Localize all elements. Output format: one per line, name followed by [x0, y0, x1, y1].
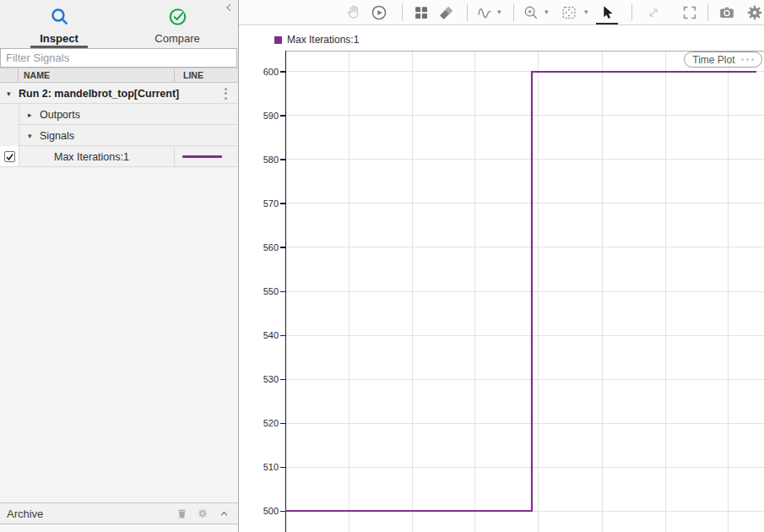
badge-options-icon[interactable]: [741, 58, 755, 62]
tab-compare-label: Compare: [154, 32, 199, 45]
archive-collapse-chevron-up-icon[interactable]: [216, 506, 231, 521]
plot-legend: Max Iterations:1: [274, 34, 359, 46]
signals-label: Signals: [40, 130, 74, 142]
table-row-outports[interactable]: ▸ Outports: [0, 104, 238, 125]
y-tick-label: 530: [245, 373, 279, 385]
y-tick-label: 580: [245, 154, 279, 166]
kebab-menu-icon[interactable]: [223, 86, 229, 101]
header-check-column: [0, 68, 19, 82]
y-tick-label: 590: [245, 110, 279, 122]
signal-checkbox[interactable]: [4, 151, 15, 162]
header-line-column: LINE: [174, 68, 238, 82]
zoom-in-icon[interactable]: [522, 3, 540, 22]
y-tick-label: 560: [245, 242, 279, 253]
run-label: Run 2: mandelbrot_top[Current]: [19, 88, 179, 100]
signal-label: Max Iterations:1: [54, 151, 129, 163]
fullscreen-icon[interactable]: [680, 3, 699, 22]
time-plot-chart[interactable]: [285, 51, 764, 532]
y-tick-mark: [280, 379, 285, 380]
y-tick-mark: [280, 159, 285, 160]
y-tick-mark: [280, 423, 285, 424]
y-axis-labels: 600590580570560550540530520510500: [239, 0, 285, 532]
expand-diagonal-icon[interactable]: [644, 3, 663, 22]
y-tick-label: 540: [245, 329, 279, 341]
y-tick-label: 570: [245, 198, 279, 209]
table-row-signals[interactable]: ▾ Signals: [0, 125, 238, 146]
tab-inspect-label: Inspect: [40, 32, 79, 45]
caret-down-icon[interactable]: ▾: [7, 90, 19, 98]
signal-trace-icon[interactable]: [474, 3, 493, 22]
zoom-dropdown-icon[interactable]: ▾: [545, 8, 549, 16]
tree-empty-area: [0, 167, 238, 502]
layout-grid-icon[interactable]: [412, 3, 431, 22]
archive-bar[interactable]: Archive: [0, 502, 238, 524]
select-cursor-icon[interactable]: [598, 3, 616, 22]
y-tick-label: 600: [245, 66, 279, 78]
table-row-run[interactable]: ▾ Run 2: mandelbrot_top[Current]: [0, 83, 238, 104]
y-tick-mark: [280, 203, 285, 204]
y-tick-label: 520: [245, 417, 279, 429]
archive-settings-gear-icon[interactable]: [195, 506, 210, 521]
y-tick-mark: [280, 247, 285, 247]
legend-color-swatch: [274, 36, 282, 44]
pan-hand-icon[interactable]: [344, 3, 363, 22]
eraser-icon[interactable]: [436, 3, 455, 22]
simulation-data-inspector-window: Inspect Compare NAME LINE: [0, 0, 764, 532]
y-tick-mark: [280, 71, 285, 72]
archive-label: Archive: [7, 508, 43, 520]
settings-gear-icon[interactable]: [745, 3, 764, 22]
y-tick-label: 550: [245, 285, 279, 297]
browser-tabs: Inspect Compare: [0, 0, 238, 48]
signal-line-swatch: [182, 155, 222, 159]
time-plot-badge-label: Time Plot: [692, 54, 734, 66]
outports-label: Outports: [40, 109, 80, 121]
replay-icon[interactable]: [370, 3, 388, 22]
tab-compare[interactable]: Compare: [118, 0, 236, 48]
header-name-column: NAME: [19, 70, 174, 80]
y-tick-mark: [280, 511, 285, 512]
compare-check-icon: [167, 6, 188, 30]
y-tick-mark: [280, 291, 285, 292]
filter-signals-input[interactable]: [0, 48, 237, 68]
y-tick-mark: [280, 115, 285, 116]
y-tick-mark: [280, 335, 285, 336]
caret-right-icon[interactable]: ▸: [28, 111, 40, 119]
table-header: NAME LINE: [0, 68, 238, 83]
snapshot-camera-icon[interactable]: [718, 3, 736, 22]
y-tick-mark: [280, 467, 285, 468]
y-tick-label: 510: [245, 461, 279, 473]
table-row-max-iterations[interactable]: Max Iterations:1: [0, 146, 238, 167]
time-plot-badge[interactable]: Time Plot: [684, 52, 762, 68]
caret-down-icon[interactable]: ▾: [28, 132, 40, 140]
tab-inspect[interactable]: Inspect: [0, 0, 118, 48]
panel-collapse-icon[interactable]: [222, 2, 236, 15]
plot-toolbar: ▾ ▾ ▾: [239, 0, 764, 25]
trash-icon[interactable]: [174, 506, 189, 521]
fit-dropdown-icon[interactable]: ▾: [584, 8, 588, 16]
signal-trace-dropdown-icon[interactable]: ▾: [497, 8, 501, 16]
search-icon: [49, 6, 70, 30]
y-tick-label: 500: [245, 505, 279, 517]
fit-to-view-icon[interactable]: [560, 3, 578, 22]
signal-browser-panel: Inspect Compare NAME LINE: [0, 0, 238, 532]
properties-bar-partial: [0, 524, 238, 532]
legend-label: Max Iterations:1: [287, 34, 359, 46]
plot-pane: ▾ ▾ ▾: [239, 0, 764, 532]
